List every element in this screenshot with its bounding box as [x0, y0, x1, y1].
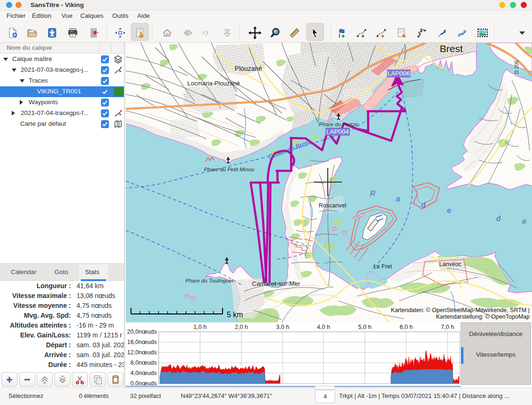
svg-text:5 km: 5 km: [227, 311, 243, 319]
svg-text:Phare du Petit Minou: Phare du Petit Minou: [204, 167, 254, 172]
svg-text:Roscanvel: Roscanvel: [319, 202, 346, 209]
svg-text:3,0 h: 3,0 h: [276, 324, 289, 330]
svg-text:a: a: [396, 195, 400, 203]
svg-text:7,0 h: 7,0 h: [441, 324, 454, 330]
svg-text:Phare du Portzic: Phare du Portzic: [319, 122, 359, 127]
svg-text:e: e: [447, 206, 451, 214]
svg-text:LAP006: LAP006: [387, 70, 410, 77]
svg-text:Locmaria-Plouzané: Locmaria-Plouzané: [187, 80, 240, 87]
svg-text:Kartendaten: © OpenStreetMap-M: Kartendaten: © OpenStreetMap-Mitwirkende…: [391, 307, 530, 313]
svg-text:12,0nœuds: 12,0nœuds: [127, 349, 157, 356]
svg-text:Plouzané: Plouzané: [235, 65, 262, 72]
svg-text:Le Fret: Le Fret: [373, 263, 392, 270]
svg-text:2,0 h: 2,0 h: [235, 324, 248, 330]
svg-text:LAP004: LAP004: [326, 128, 349, 135]
svg-text:1,0 h: 1,0 h: [193, 324, 207, 330]
svg-text:5,0 h: 5,0 h: [358, 324, 371, 330]
svg-text:4,0 h: 4,0 h: [317, 324, 330, 330]
svg-text:d: d: [421, 201, 426, 209]
svg-text:Phare du Toulinguet: Phare du Toulinguet: [185, 278, 234, 283]
svg-text:D 205: D 205: [514, 60, 519, 74]
svg-text:R: R: [370, 190, 376, 198]
svg-text:8,0nœuds: 8,0nœuds: [131, 359, 157, 366]
svg-text:20,0nœuds: 20,0nœuds: [127, 329, 157, 335]
svg-text:16,0nœuds: 16,0nœuds: [127, 339, 157, 345]
svg-text:d: d: [496, 214, 501, 222]
svg-text:e: e: [522, 217, 526, 225]
svg-text:Lanvéoc: Lanvéoc: [439, 261, 461, 267]
svg-text:Brest: Brest: [439, 43, 463, 54]
svg-text:Kartendarstellung: © OpenTopoM: Kartendarstellung: © OpenTopoMap: [436, 313, 530, 320]
svg-text:4,0nœuds: 4,0nœuds: [131, 370, 157, 376]
svg-text:6,0 h: 6,0 h: [400, 324, 413, 330]
svg-text:Camaret-sur-Mer: Camaret-sur-Mer: [252, 280, 301, 287]
